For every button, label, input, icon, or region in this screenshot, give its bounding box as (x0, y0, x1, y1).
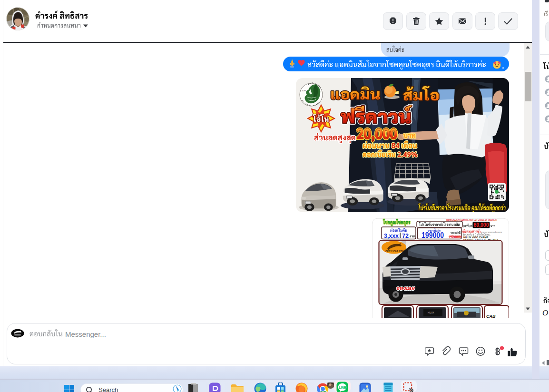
svg-text:CNC: CNC (302, 89, 307, 92)
svg-text:199000: 199000 (422, 231, 444, 240)
svg-text:aracuu ipsaeuadieuanw: aracuu ipsaeuadieuanw (481, 231, 502, 233)
svg-text:60,000: 60,000 (474, 222, 489, 228)
svg-text:3,xxx: 3,xxx (384, 232, 399, 239)
svg-text:CKC 2 CAR.COM: CKC 2 CAR.COM (385, 250, 404, 253)
svg-text:J000: J000 (495, 301, 500, 303)
svg-text:WWW.CKC2CAR.COM THE PERFECT C: WWW.CKC2CAR.COM THE PERFECT CHOICE OF US… (446, 219, 498, 221)
svg-text:72: 72 (402, 232, 409, 239)
svg-text:CAB: CAB (486, 314, 496, 318)
svg-text:HILUX: HILUX (428, 312, 434, 314)
svg-text:LINE: LINE (339, 386, 346, 389)
